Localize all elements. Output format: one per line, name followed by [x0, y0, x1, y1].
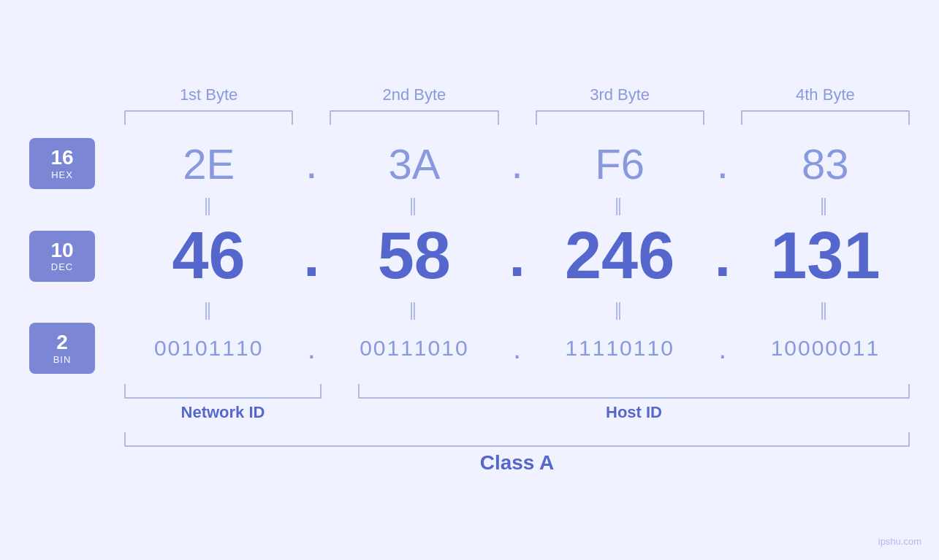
bottom-brackets-row [29, 384, 910, 399]
hex-row: 16 HEX 2E . 3A . F6 . 83 [29, 138, 910, 189]
bin-value-3: 11110110 [536, 336, 704, 361]
hex-dot-1: . [293, 142, 330, 185]
byte-label-2: 2nd Byte [330, 85, 498, 104]
dec-value-1: 46 [124, 218, 293, 294]
byte-label-1: 1st Byte [124, 85, 293, 104]
hex-dot-2: . [499, 142, 536, 185]
class-a-bracket [124, 432, 910, 447]
hex-value-1: 2E [124, 139, 293, 188]
dec-dot-2: . [499, 227, 536, 285]
top-bracket-2 [330, 110, 498, 125]
bin-base-label: BIN [53, 354, 72, 365]
dec-dot-1: . [293, 227, 330, 285]
watermark-text: ipshu.com [878, 536, 921, 547]
equals-1: ‖ [124, 195, 293, 215]
equals-row-2: ‖ ‖ ‖ ‖ [29, 299, 910, 320]
bin-row: 2 BIN 00101110 . 00111010 . 11110110 . 1… [29, 323, 910, 374]
dec-value-4: 131 [741, 218, 910, 294]
class-a-label-row: Class A [29, 451, 910, 475]
byte-label-3: 3rd Byte [536, 85, 704, 104]
host-id-bracket [358, 384, 910, 399]
equals-3: ‖ [536, 195, 704, 215]
network-id-bracket [124, 384, 322, 399]
hex-base-num: 16 [50, 147, 73, 169]
bin-value-2: 00111010 [330, 336, 498, 361]
network-id-label: Network ID [124, 403, 322, 422]
top-bracket-4 [741, 110, 910, 125]
hex-value-4: 83 [741, 139, 910, 188]
host-id-label: Host ID [358, 403, 910, 422]
class-a-label: Class A [124, 451, 910, 475]
equals-8: ‖ [741, 299, 910, 320]
top-brackets-row [29, 110, 910, 125]
bin-dot-2: . [499, 334, 536, 363]
bin-badge: 2 BIN [29, 323, 95, 374]
equals-4: ‖ [741, 195, 910, 215]
bin-dot-1: . [293, 334, 330, 363]
equals-6: ‖ [330, 299, 498, 320]
dec-base-num: 10 [50, 239, 73, 262]
byte-label-4: 4th Byte [741, 85, 910, 104]
bin-value-4: 10000011 [741, 336, 910, 361]
equals-7: ‖ [536, 299, 704, 320]
equals-5: ‖ [124, 299, 293, 320]
hex-badge: 16 HEX [29, 138, 95, 189]
bin-dot-3: . [704, 334, 741, 363]
equals-2: ‖ [330, 195, 498, 215]
hex-base-label: HEX [51, 169, 73, 180]
class-a-bracket-row [29, 432, 910, 447]
top-bracket-1 [124, 110, 293, 125]
top-bracket-3 [536, 110, 704, 125]
hex-value-3: F6 [536, 139, 704, 188]
main-container: 1st Byte 2nd Byte 3rd Byte 4th Byte 16 H… [0, 0, 939, 560]
id-labels-row: Network ID Host ID [29, 403, 910, 422]
dec-badge: 10 DEC [29, 231, 95, 282]
equals-row-1: ‖ ‖ ‖ ‖ [29, 195, 910, 215]
dec-row: 10 DEC 46 . 58 . 246 . 131 [29, 218, 910, 294]
dec-dot-3: . [704, 227, 741, 285]
bin-value-1: 00101110 [124, 336, 293, 361]
hex-value-2: 3A [330, 139, 498, 188]
byte-labels-row: 1st Byte 2nd Byte 3rd Byte 4th Byte [29, 85, 910, 104]
dec-value-3: 246 [536, 218, 704, 294]
bin-base-num: 2 [56, 331, 68, 354]
dec-value-2: 58 [330, 218, 498, 294]
dec-base-label: DEC [51, 261, 73, 272]
hex-dot-3: . [704, 142, 741, 185]
